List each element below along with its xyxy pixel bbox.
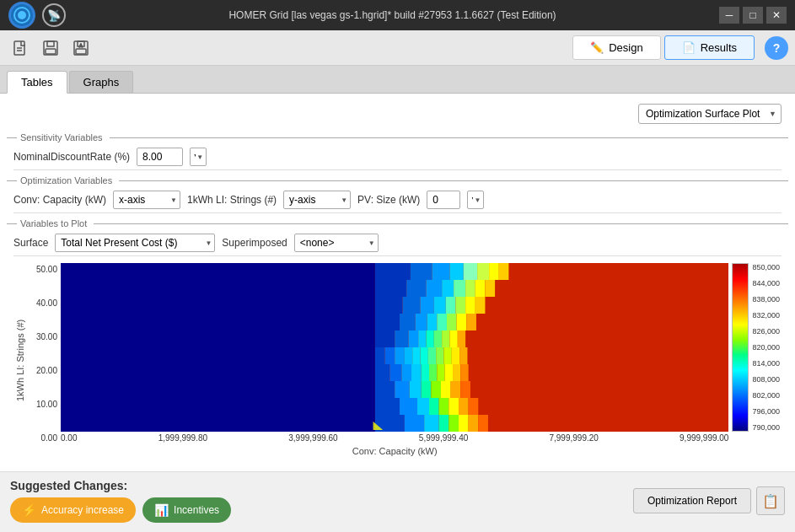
incentives-icon: 📊 <box>154 503 169 517</box>
svg-rect-49 <box>375 347 385 364</box>
color-bar: 850,000 844,000 838,000 832,000 826,000 … <box>732 263 782 458</box>
svg-rect-56 <box>436 347 443 364</box>
svg-rect-31 <box>375 381 395 398</box>
svg-rect-100 <box>499 263 509 280</box>
nav-buttons: ✏️ Design 📄 Results <box>572 35 755 60</box>
accuracy-increase-button[interactable]: ⚡ Accuracy increase <box>10 497 136 523</box>
gradient-bar <box>732 263 749 432</box>
results-label: Results <box>701 41 737 54</box>
svg-rect-11 <box>76 49 86 54</box>
save-button[interactable] <box>37 35 64 62</box>
svg-rect-83 <box>465 297 475 314</box>
close-button[interactable]: ✕ <box>766 7 787 24</box>
incentives-label: Incentives <box>174 504 219 516</box>
window-controls: ─ □ ✕ <box>719 7 787 24</box>
svg-rect-35 <box>431 381 441 398</box>
svg-rect-18 <box>439 415 449 432</box>
svg-rect-84 <box>475 297 486 314</box>
li-strings-select[interactable]: y-axis x-axis <none> <box>283 191 351 209</box>
export-button[interactable]: 📋 <box>756 486 785 515</box>
minimize-button[interactable]: ─ <box>719 7 739 24</box>
svg-rect-90 <box>465 280 475 297</box>
design-button[interactable]: ✏️ Design <box>572 35 660 60</box>
svg-rect-99 <box>489 263 499 280</box>
svg-rect-62 <box>409 330 419 347</box>
optimization-report-button[interactable]: Optimization Report <box>633 488 751 513</box>
design-label: Design <box>609 41 642 54</box>
app-logo-area: 📡 <box>8 2 66 29</box>
tab-graphs[interactable]: Graphs <box>69 71 134 93</box>
svg-rect-48 <box>460 364 468 381</box>
svg-rect-60 <box>375 330 395 347</box>
pv-size-input[interactable] <box>427 191 460 209</box>
svg-rect-46 <box>445 364 453 381</box>
plot-type-row: Optimization Surface Plot Scatter Plot B… <box>7 100 788 127</box>
svg-rect-91 <box>475 280 486 297</box>
svg-rect-24 <box>400 398 417 415</box>
suggestion-buttons: ⚡ Accuracy increase 📊 Incentives <box>10 497 231 523</box>
incentives-button[interactable]: 📊 Incentives <box>142 497 231 523</box>
svg-rect-78 <box>403 297 421 314</box>
y-axis-ticks: 50.00 40.00 30.00 20.00 10.00 0.00 <box>27 263 61 458</box>
svg-rect-95 <box>432 263 450 280</box>
conv-capacity-select[interactable]: x-axis y-axis <none> <box>113 191 180 209</box>
nominal-discount-select-wrapper: ▼ <box>190 148 207 166</box>
superimposed-select[interactable]: <none> Optimal System COE <box>294 234 379 252</box>
sensitivity-section-header: Sensitivity Variables <box>7 132 788 142</box>
svg-rect-59 <box>459 347 467 364</box>
surface-select-wrapper: Total Net Present Cost ($) COE ($) RF (%… <box>55 234 215 252</box>
svg-rect-25 <box>417 398 429 415</box>
results-button[interactable]: 📄 Results <box>664 35 755 60</box>
design-icon: ✏️ <box>590 41 604 54</box>
svg-rect-65 <box>434 330 442 347</box>
accuracy-label: Accuracy increase <box>41 504 124 516</box>
nominal-discount-select[interactable]: ▼ <box>190 148 207 166</box>
save-as-button[interactable]: A <box>67 35 94 62</box>
optimization-section-header: Optimization Variables <box>7 175 788 185</box>
svg-rect-86 <box>406 280 426 297</box>
svg-rect-71 <box>416 314 427 330</box>
svg-rect-51 <box>395 347 405 364</box>
pv-size-select-wrapper: ▼ <box>467 191 484 209</box>
export-icon: 📋 <box>762 493 779 509</box>
suggested-changes-area: Suggested Changes: ⚡ Accuracy increase 📊… <box>10 479 231 523</box>
svg-rect-77 <box>375 297 403 314</box>
svg-rect-75 <box>457 314 467 330</box>
svg-rect-55 <box>428 347 436 364</box>
svg-rect-26 <box>429 398 439 415</box>
conv-capacity-wrapper: x-axis y-axis <none> <box>113 191 180 209</box>
x-axis-ticks: 0.00 1,999,999.80 3,999,999.60 5,999,999… <box>61 432 728 444</box>
tabs-bar: Tables Graphs <box>0 66 795 94</box>
accuracy-icon: ⚡ <box>22 503 36 517</box>
svg-rect-96 <box>449 263 463 280</box>
optimization-form-row: Conv: Capacity (kW) x-axis y-axis <none>… <box>7 189 788 211</box>
svg-rect-54 <box>421 347 428 364</box>
suggested-changes-title: Suggested Changes: <box>10 479 231 492</box>
help-button[interactable]: ? <box>765 36 788 60</box>
variables-form-row: Surface Total Net Present Cost ($) COE (… <box>7 232 788 254</box>
svg-rect-82 <box>455 297 465 314</box>
tab-tables[interactable]: Tables <box>7 71 67 94</box>
surface-select[interactable]: Total Net Present Cost ($) COE ($) RF (%… <box>55 234 215 252</box>
new-button[interactable] <box>7 35 34 62</box>
svg-rect-64 <box>427 330 434 347</box>
window-title: HOMER Grid [las vegas gs-1.hgrid]* build… <box>66 9 719 21</box>
svg-rect-43 <box>422 364 429 381</box>
svg-rect-63 <box>418 330 426 347</box>
svg-point-2 <box>18 11 26 19</box>
toolbar: A ✏️ Design 📄 Results ? <box>0 30 795 66</box>
pv-size-select[interactable]: ▼ <box>467 191 484 209</box>
maximize-button[interactable]: □ <box>743 7 763 24</box>
conv-capacity-label: Conv: Capacity (kW) <box>13 194 106 206</box>
sensitivity-section-title: Sensitivity Variables <box>20 132 103 142</box>
svg-rect-67 <box>449 330 457 347</box>
nominal-discount-input[interactable] <box>137 148 183 166</box>
report-buttons: Optimization Report 📋 <box>633 486 785 515</box>
main-content: Optimization Surface Plot Scatter Plot B… <box>0 94 795 471</box>
svg-rect-85 <box>375 280 406 297</box>
svg-rect-44 <box>429 364 437 381</box>
radio-icon: 📡 <box>42 3 66 27</box>
svg-rect-7 <box>47 41 54 46</box>
plot-type-select[interactable]: Optimization Surface Plot Scatter Plot B… <box>638 104 782 124</box>
superimposed-select-wrapper: <none> Optimal System COE <box>294 234 379 252</box>
